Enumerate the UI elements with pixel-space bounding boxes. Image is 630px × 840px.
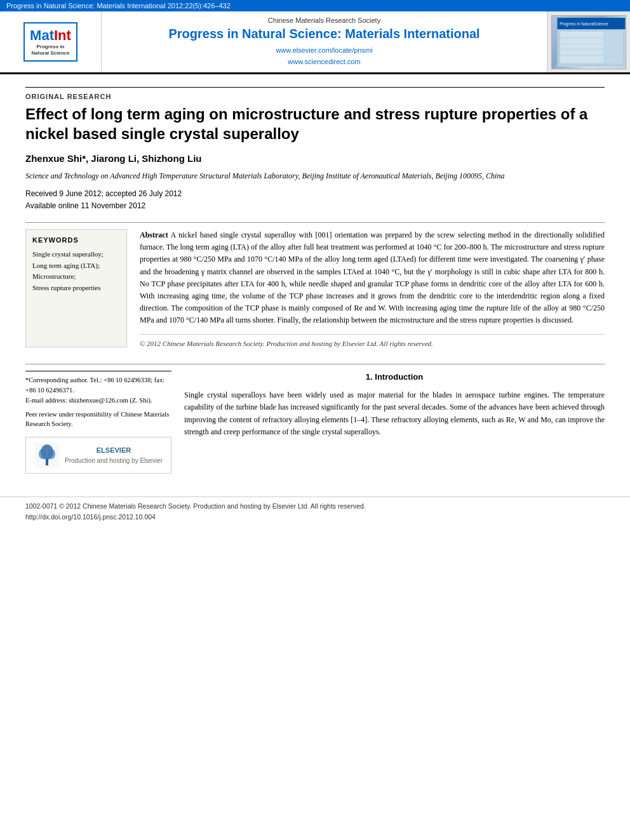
elsevier-caption: ELSEVIER Production and hosting by Elsev…	[65, 445, 163, 465]
dates: Received 9 June 2012; accepted 26 July 2…	[25, 188, 605, 212]
elsevier-logo-box: ELSEVIER Production and hosting by Elsev…	[25, 437, 171, 474]
thumb-image: Progress in NaturalScience	[551, 15, 626, 69]
intro-title: Introduction	[375, 372, 423, 382]
footer-copyright: 1002-0071 © 2012 Chinese Materials Resea…	[25, 501, 605, 512]
url2: www.sciencedirect.com	[276, 57, 372, 68]
matint-logo: MatInt Progress in Natural Science	[23, 22, 77, 62]
logo-subtitle: Progress in Natural Science	[30, 44, 71, 57]
authors: Zhenxue Shi*, Jiarong Li, Shizhong Liu	[25, 153, 605, 164]
received-date: Received 9 June 2012; accepted 26 July 2…	[25, 188, 605, 200]
svg-point-13	[48, 449, 55, 459]
abstract-copyright: © 2012 Chinese Materials Research Societ…	[140, 334, 605, 347]
keyword-1: Single crystal superalloy;	[32, 249, 120, 260]
intro-number: 1.	[366, 372, 373, 382]
journal-thumbnail: Progress in NaturalScience	[547, 11, 630, 72]
journal-urls: www.elsevier.com/locate/pnsmi www.scienc…	[276, 45, 372, 67]
svg-rect-8	[603, 31, 622, 63]
top-bar-text: Progress in Natural Science: Materials I…	[6, 2, 231, 10]
footnote-content: *Corresponding author. Tel.: +86 10 6249…	[25, 371, 171, 429]
intro-text: Single crystal superalloys have been wid…	[184, 389, 605, 438]
content-area: ORIGINAL RESEARCH Effect of long term ag…	[0, 74, 630, 486]
keywords-title: KEYWORDS	[32, 236, 120, 244]
section-type-label: ORIGINAL RESEARCH	[25, 87, 605, 100]
page-footer: 1002-0071 © 2012 Chinese Materials Resea…	[0, 497, 630, 526]
intro-heading: 1. Introduction	[184, 371, 605, 384]
keyword-2: Long term aging (LTA);	[32, 260, 120, 272]
elsevier-name: ELSEVIER	[65, 445, 163, 456]
email-address: E-mail address: shizhenxue@126.com (Z. S…	[25, 396, 171, 406]
logo-area: MatInt Progress in Natural Science	[0, 11, 102, 72]
svg-point-12	[39, 449, 46, 459]
available-date: Available online 11 November 2012	[25, 200, 605, 212]
affiliation: Science and Technology on Advanced High …	[25, 170, 605, 182]
introduction-col: 1. Introduction Single crystal superallo…	[184, 371, 605, 474]
thumb-svg: Progress in NaturalScience	[554, 18, 629, 67]
society-name: Chinese Materials Research Society	[268, 17, 380, 24]
svg-rect-11	[46, 459, 48, 465]
article-title: Effect of long term aging on microstruct…	[25, 104, 605, 143]
elsevier-tree-icon	[34, 443, 60, 468]
peer-review-note: Peer review under responsibility of Chin…	[25, 410, 171, 430]
header-center: Chinese Materials Research Society Progr…	[102, 11, 547, 72]
footer-doi: http://dx.doi.org/10.1016/j.pnsc.2012.10…	[25, 512, 605, 523]
logo-mat: Mat	[30, 27, 54, 43]
keywords-list: Single crystal superalloy; Long term agi…	[32, 249, 120, 293]
abstract-col: Abstract A nickel based single crystal s…	[140, 229, 605, 348]
bottom-section: *Corresponding author. Tel.: +86 10 6249…	[25, 371, 605, 474]
abstract-body: A nickel based single crystal superalloy…	[140, 230, 605, 324]
top-bar: Progress in Natural Science: Materials I…	[0, 0, 630, 11]
keyword-4: Stress rupture properties	[32, 283, 120, 294]
journal-title: Progress in Natural Science: Materials I…	[168, 27, 479, 41]
keywords-abstract-row: KEYWORDS Single crystal superalloy; Long…	[25, 229, 605, 348]
abstract-text: Abstract A nickel based single crystal s…	[140, 229, 605, 327]
svg-text:Progress in NaturalScience: Progress in NaturalScience	[560, 21, 608, 26]
logo-int: Int	[54, 27, 71, 43]
corresponding-author: *Corresponding author. Tel.: +86 10 6249…	[25, 375, 171, 396]
keyword-3: Microstructure;	[32, 271, 120, 283]
elsevier-logo-inner: ELSEVIER Production and hosting by Elsev…	[31, 443, 166, 468]
elsevier-tagline: Production and hosting by Elsevier	[65, 456, 163, 465]
abstract-label: Abstract	[140, 230, 168, 239]
footnote-col: *Corresponding author. Tel.: +86 10 6249…	[25, 371, 171, 474]
keywords-box: KEYWORDS Single crystal superalloy; Long…	[25, 229, 127, 348]
url1: www.elsevier.com/locate/pnsmi	[276, 45, 372, 57]
journal-header: MatInt Progress in Natural Science Chine…	[0, 11, 630, 74]
abstract-section: KEYWORDS Single crystal superalloy; Long…	[25, 222, 605, 365]
logo-mat-text: MatInt	[30, 27, 71, 44]
